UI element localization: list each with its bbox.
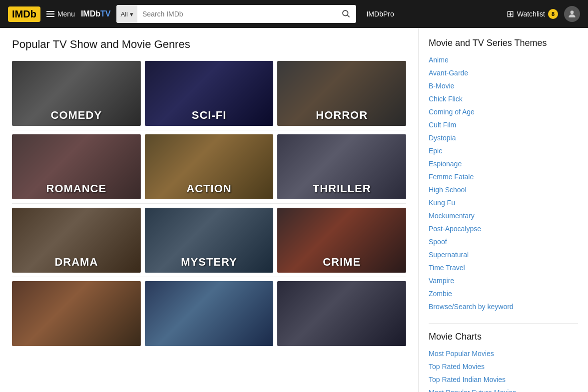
list-item: Supernatural xyxy=(429,250,578,259)
list-item: Most Popular Movies xyxy=(429,349,578,358)
genre-card-bottom3[interactable] xyxy=(277,281,406,346)
theme-link-post-apocalypse[interactable]: Post-Apocalypse xyxy=(429,225,481,233)
charts-section-title: Movie Charts xyxy=(429,332,578,342)
list-item: B-Movie xyxy=(429,81,578,90)
watchlist-label: Watchlist xyxy=(517,10,545,18)
genre-label-action: ACTION xyxy=(145,178,274,199)
genre-bg-bottom1 xyxy=(12,281,141,346)
imdb-logo[interactable]: IMDb xyxy=(8,6,40,22)
theme-link-kung-fu[interactable]: Kung Fu xyxy=(429,199,455,207)
search-category-dropdown[interactable]: All ▾ xyxy=(116,5,137,23)
main-container: Popular TV Show and Movie Genres COMEDY … xyxy=(0,28,588,392)
genre-card-crime[interactable]: CRIME xyxy=(277,208,406,273)
plus-icon: ⊞ xyxy=(507,8,514,19)
list-item: Femme Fatale xyxy=(429,172,578,181)
genre-card-romance[interactable]: ROMANCE xyxy=(12,134,141,199)
chart-link-most-popular[interactable]: Most Popular Movies xyxy=(429,350,494,358)
theme-link-cult-film[interactable]: Cult Film xyxy=(429,121,456,129)
search-input[interactable] xyxy=(137,5,336,23)
genre-card-thriller[interactable]: THRILLER xyxy=(277,134,406,199)
list-item: Avant-Garde xyxy=(429,68,578,77)
list-item: Time Travel xyxy=(429,263,578,272)
genre-label-crime: CRIME xyxy=(277,252,406,273)
theme-link-mockumentary[interactable]: Mockumentary xyxy=(429,212,475,220)
list-item: Most Popular Future Movies xyxy=(429,388,578,392)
genre-card-bottom2[interactable] xyxy=(145,281,274,346)
list-item: Spoof xyxy=(429,237,578,246)
genre-label-scifi: SCI-FI xyxy=(145,105,274,126)
theme-link-dystopia[interactable]: Dystopia xyxy=(429,134,456,142)
search-bar: All ▾ xyxy=(116,5,356,23)
search-category-label: All xyxy=(120,10,127,18)
theme-link-browse-keyword[interactable]: Browse/Search by keyword xyxy=(429,303,514,311)
imdb-pro-link[interactable]: IMDbPro xyxy=(366,10,394,18)
list-item: Top Rated Movies xyxy=(429,362,578,371)
theme-link-coming-of-age[interactable]: Coming of Age xyxy=(429,108,475,116)
genre-bg-bottom2 xyxy=(145,281,274,346)
theme-link-high-school[interactable]: High School xyxy=(429,186,467,194)
theme-link-vampire[interactable]: Vampire xyxy=(429,277,454,285)
genre-card-mystery[interactable]: MYSTERY xyxy=(145,208,274,273)
chart-link-top-rated-indian[interactable]: Top Rated Indian Movies xyxy=(429,376,506,384)
theme-link-chick-flick[interactable]: Chick Flick xyxy=(429,95,463,103)
list-item: Cult Film xyxy=(429,120,578,129)
genre-label-romance: ROMANCE xyxy=(12,178,141,199)
genre-card-horror[interactable]: HORROR xyxy=(277,61,406,126)
list-item: Chick Flick xyxy=(429,94,578,103)
list-item: Post-Apocalypse xyxy=(429,224,578,233)
genre-label-comedy: COMEDY xyxy=(12,105,141,126)
theme-link-zombie[interactable]: Zombie xyxy=(429,290,452,298)
theme-link-time-travel[interactable]: Time Travel xyxy=(429,264,465,272)
hamburger-icon xyxy=(46,11,54,17)
list-item: Anime xyxy=(429,55,578,64)
list-item: Kung Fu xyxy=(429,198,578,207)
theme-link-avant-garde[interactable]: Avant-Garde xyxy=(429,69,468,77)
row-divider-2 xyxy=(12,203,406,204)
tv-label: TV xyxy=(100,9,110,18)
themes-section-title: Movie and TV Series Themes xyxy=(429,38,578,48)
theme-link-femme-fatale[interactable]: Femme Fatale xyxy=(429,173,474,181)
search-button[interactable] xyxy=(335,5,356,23)
theme-link-supernatural[interactable]: Supernatural xyxy=(429,251,469,259)
charts-list: Most Popular Movies Top Rated Movies Top… xyxy=(429,349,578,392)
genre-row-1: COMEDY SCI-FI HORROR xyxy=(12,61,406,126)
row-divider-1 xyxy=(12,130,406,130)
genre-label-horror: HORROR xyxy=(277,105,406,126)
imdb-tv-text: IMDb xyxy=(81,9,100,18)
genre-row-4 xyxy=(12,281,406,346)
genre-label-thriller: THRILLER xyxy=(277,178,406,199)
user-avatar[interactable] xyxy=(564,6,580,22)
menu-label: Menu xyxy=(57,10,75,18)
genre-bg-bottom3 xyxy=(277,281,406,346)
genre-card-comedy[interactable]: COMEDY xyxy=(12,61,141,126)
sidebar-divider xyxy=(429,323,578,324)
menu-button[interactable]: Menu xyxy=(46,10,75,18)
svg-point-0 xyxy=(343,10,348,16)
chart-link-future-movies[interactable]: Most Popular Future Movies xyxy=(429,389,516,392)
genre-card-action[interactable]: ACTION xyxy=(145,134,274,199)
watchlist-button[interactable]: ⊞ Watchlist 8 xyxy=(507,8,558,19)
theme-link-spoof[interactable]: Spoof xyxy=(429,238,447,246)
themes-list: Anime Avant-Garde B-Movie Chick Flick Co… xyxy=(429,55,578,311)
theme-link-epic[interactable]: Epic xyxy=(429,147,442,155)
list-item: Espionage xyxy=(429,159,578,168)
left-content: Popular TV Show and Movie Genres COMEDY … xyxy=(0,28,418,392)
imdb-tv-button[interactable]: IMDbTV xyxy=(81,9,111,18)
theme-link-anime[interactable]: Anime xyxy=(429,56,449,64)
genre-row-2: ROMANCE ACTION THRILLER xyxy=(12,134,406,199)
theme-link-bmovie[interactable]: B-Movie xyxy=(429,82,454,90)
genre-label-drama: DRAMA xyxy=(12,252,141,273)
sidebar: Movie and TV Series Themes Anime Avant-G… xyxy=(418,28,588,392)
chart-link-top-rated[interactable]: Top Rated Movies xyxy=(429,363,485,371)
list-item: High School xyxy=(429,185,578,194)
row-divider-3 xyxy=(12,277,406,277)
genre-card-scifi[interactable]: SCI-FI xyxy=(145,61,274,126)
genre-card-bottom1[interactable] xyxy=(12,281,141,346)
chevron-down-icon: ▾ xyxy=(130,10,133,18)
header: IMDb Menu IMDbTV All ▾ IMDbPro ⊞ Watchli… xyxy=(0,0,588,28)
list-item: Epic xyxy=(429,146,578,155)
genre-card-drama[interactable]: DRAMA xyxy=(12,208,141,273)
svg-line-1 xyxy=(348,15,350,17)
list-item: Vampire xyxy=(429,276,578,285)
theme-link-espionage[interactable]: Espionage xyxy=(429,160,462,168)
